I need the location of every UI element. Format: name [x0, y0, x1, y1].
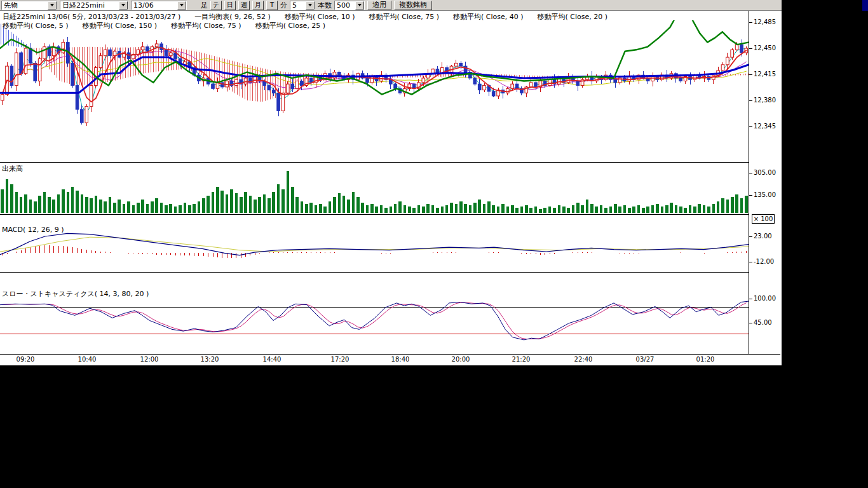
macd-axis-label: -12.00: [754, 258, 774, 265]
timeframe-month-button[interactable]: 月: [252, 1, 264, 10]
toolbar: 先物 日経225mini 13/06 足 ティ 日 週 月 T 分 5 本数: [0, 0, 782, 11]
legend-item: 移動平均( Close, 20 ): [538, 13, 608, 21]
contract-value: 13/06: [133, 1, 177, 10]
time-axis-label: 10:40: [73, 356, 101, 363]
macd-pane: [0, 233, 749, 258]
triangle-down-icon: [121, 4, 125, 6]
dropdown-arrow-icon[interactable]: [306, 1, 315, 10]
symbol-value: 日経225mini: [62, 1, 119, 10]
time-axis-label: 14:40: [258, 356, 286, 363]
multi-symbol-button[interactable]: 複数銘柄: [394, 1, 432, 10]
stoch-axis-label: 45.00: [754, 319, 772, 326]
minute-select[interactable]: 5: [290, 1, 315, 10]
volume-multiplier-badge: × 100: [752, 214, 775, 224]
triangle-down-icon: [308, 4, 312, 6]
dropdown-arrow-icon[interactable]: [48, 1, 57, 10]
timeframe-t-button[interactable]: T: [266, 1, 278, 10]
price-axis-label: 12,380: [754, 97, 776, 104]
timeframe-label: 足: [201, 1, 208, 10]
legend-item: 移動平均( Close, 75 ): [369, 13, 439, 21]
timeframe-tick-button[interactable]: ティ: [210, 1, 222, 10]
time-axis-label: 18:40: [386, 356, 414, 363]
price-axis-label: 12,415: [754, 71, 776, 78]
volume-pane: [1, 171, 747, 213]
legend-item: 移動平均( Close, 25 ): [255, 22, 326, 30]
time-axis-label: 01:20: [691, 356, 719, 363]
legend-line-2: 移動平均( Close, 5 )移動平均( Close, 150 )移動平均( …: [3, 21, 339, 30]
time-axis-label: 17:20: [326, 356, 354, 363]
time-axis-label: 03/27: [631, 356, 659, 363]
triangle-down-icon: [50, 4, 54, 6]
legend-item: 日経225mini 13/06( 5分, 2013/03/23 - 2013/0…: [3, 13, 180, 21]
apply-button[interactable]: 適用: [367, 1, 391, 10]
macd-axis-label: 23.00: [754, 233, 772, 240]
dropdown-arrow-icon[interactable]: [355, 1, 364, 10]
time-axis-label: 20:00: [447, 356, 475, 363]
stoch-pane: [0, 301, 749, 340]
dropdown-arrow-icon[interactable]: [119, 1, 128, 10]
contract-select[interactable]: 13/06: [131, 1, 187, 10]
bars-value: 500: [337, 1, 355, 10]
timeframe-week-button[interactable]: 週: [238, 1, 250, 10]
triangle-down-icon: [180, 4, 184, 6]
time-axis-label: 21:20: [507, 356, 535, 363]
stoch-axis-label: 100.00: [754, 295, 776, 302]
price-axis-label: 12,485: [754, 18, 776, 25]
legend-item: 移動平均( Close, 150 ): [83, 22, 158, 30]
volume-axis-label: 305.00: [754, 169, 776, 176]
legend-item: 移動平均( Close, 5 ): [3, 22, 69, 30]
time-axis-label: 12:00: [135, 356, 163, 363]
bars-label: 本数: [318, 1, 332, 10]
screen: 先物 日経225mini 13/06 足 ティ 日 週 月 T 分 5 本数: [0, 0, 868, 488]
legend-item: 移動平均( Close, 10 ): [285, 13, 355, 21]
time-axis-label: 22:40: [569, 356, 597, 363]
volume-pane-label: 出来高: [2, 164, 23, 173]
chart-area: 日経225mini 13/06( 5分, 2013/03/23 - 2013/0…: [0, 11, 782, 365]
chart-app-window: 先物 日経225mini 13/06 足 ティ 日 週 月 T 分 5 本数: [0, 0, 782, 365]
time-axis-label: 13:20: [196, 356, 224, 363]
macd-pane-label: MACD( 12, 26, 9 ): [2, 226, 64, 234]
dropdown-arrow-icon[interactable]: [177, 1, 186, 10]
time-axis-label: 09:20: [11, 356, 39, 363]
market-value: 先物: [4, 1, 48, 10]
legend-item: 一目均衡表( 9, 26, 52 ): [194, 13, 271, 21]
symbol-select[interactable]: 日経225mini: [60, 1, 128, 10]
price-axis-label: 12,345: [754, 123, 776, 130]
volume-axis-label: 135.00: [754, 191, 776, 198]
minute-label: 分: [280, 1, 287, 10]
legend-line-1: 日経225mini 13/06( 5分, 2013/03/23 - 2013/0…: [3, 12, 621, 22]
stoch-pane-label: スロー・ストキャスティクス( 14, 3, 80, 20 ): [2, 289, 149, 299]
legend-item: 移動平均( Close, 75 ): [171, 22, 241, 30]
timeframe-day-button[interactable]: 日: [224, 1, 236, 10]
scrollbar[interactable]: [862, 0, 868, 11]
triangle-down-icon: [358, 4, 362, 6]
price-axis-label: 12,450: [754, 44, 776, 51]
market-select[interactable]: 先物: [1, 1, 57, 10]
legend-item: 移動平均( Close, 40 ): [453, 13, 524, 21]
chart-canvas[interactable]: [0, 11, 782, 365]
minute-value: 5: [292, 1, 306, 10]
bars-select[interactable]: 500: [334, 1, 365, 10]
